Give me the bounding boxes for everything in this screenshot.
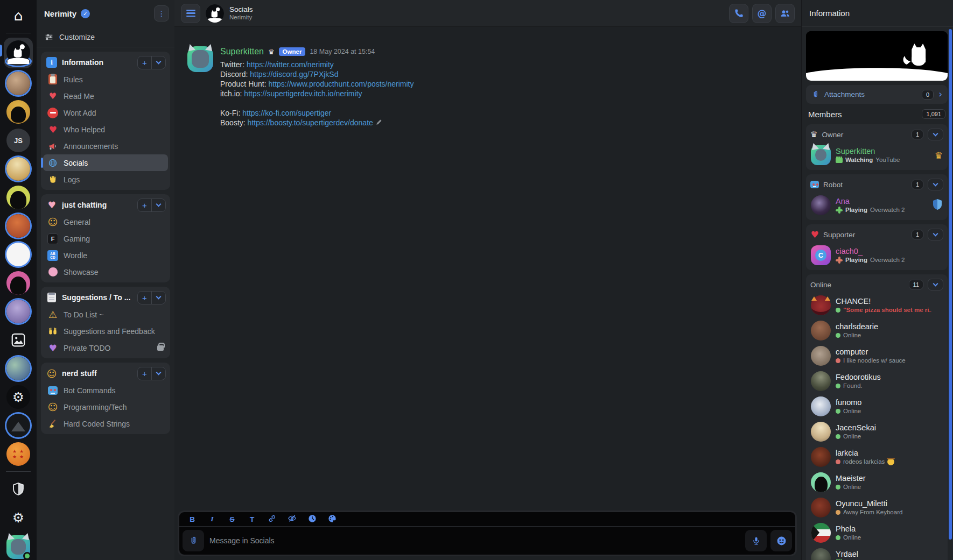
color-palette-button[interactable]: [328, 514, 337, 524]
spoiler-eye-button[interactable]: [288, 514, 297, 524]
collapse-section-button[interactable]: [152, 292, 165, 304]
section-header[interactable]: just chatting +: [43, 196, 168, 214]
call-button[interactable]: [729, 4, 748, 23]
server-green-cat[interactable]: [0, 185, 37, 210]
server-golden-cat[interactable]: [0, 100, 37, 124]
my-account-button[interactable]: [0, 534, 37, 560]
server-sketch-cat[interactable]: [0, 242, 37, 267]
member-larkcia[interactable]: larkcia rodeos larkcias: [809, 444, 945, 470]
rail-divider: [6, 471, 31, 472]
channel-read-me[interactable]: Read Me: [43, 88, 168, 104]
server-pink-cat[interactable]: [0, 271, 37, 295]
member-maeister[interactable]: Maeister Online: [809, 470, 945, 495]
mention-button[interactable]: @: [752, 4, 772, 23]
drawer-menu-button[interactable]: [181, 4, 200, 23]
member-ana[interactable]: Ana PlayingOverwatch 2: [809, 193, 945, 218]
home-button[interactable]: ⌂: [0, 3, 37, 28]
link-itchio[interactable]: https://supertigerdev.itch.io/nerimity: [244, 89, 362, 98]
section-header[interactable]: Suggestions / To ... +: [43, 289, 168, 306]
server-cat-photo[interactable]: [0, 71, 37, 96]
server-orange-anime[interactable]: [0, 214, 37, 238]
server-gear-cat[interactable]: ⚙: [0, 385, 37, 409]
server-js[interactable]: JS: [0, 128, 37, 153]
link-twitter[interactable]: https://twitter.com/nerimity: [247, 60, 334, 69]
add-channel-button[interactable]: +: [138, 56, 151, 69]
channel-gaming[interactable]: Gaming: [43, 230, 168, 247]
member-charlsdearie[interactable]: charlsdearie Online: [809, 318, 945, 343]
settings-button[interactable]: ⚙: [0, 505, 37, 530]
role-group-supporter: Supporter 1 C ciach0_ PlayingOverwatch 2: [806, 224, 948, 270]
record-voice-button[interactable]: [745, 530, 767, 551]
collapse-section-button[interactable]: [152, 199, 165, 211]
member-superkitten[interactable]: Superkitten WatchingYouTube ♛: [809, 143, 945, 168]
server-nerimity[interactable]: [0, 38, 37, 67]
channel-private-todo[interactable]: Private TODO: [43, 339, 168, 356]
channel-wordle[interactable]: Wordle: [43, 247, 168, 264]
link-format-button[interactable]: [268, 514, 276, 524]
link-discord[interactable]: https://discord.gg/7PXjkSd: [250, 70, 338, 79]
link-kofi[interactable]: https://ko-fi.com/supertiger: [242, 109, 331, 117]
member-jacensekai[interactable]: JacenSekai Online: [809, 419, 945, 444]
server-image-placeholder[interactable]: [0, 328, 37, 352]
server-blonde-anime[interactable]: [0, 157, 37, 181]
channel-to-do-list[interactable]: To Do List ~: [43, 306, 168, 323]
collapse-role-button[interactable]: [928, 229, 943, 240]
channel-wont-add[interactable]: Wont Add: [43, 104, 168, 121]
avatar: [811, 498, 831, 518]
member-funomo[interactable]: funomo Online: [809, 394, 945, 419]
member-computer[interactable]: computer I like noodles w/ sauce: [809, 343, 945, 368]
italic-button[interactable]: I: [208, 515, 216, 523]
attach-file-button[interactable]: [183, 530, 204, 551]
at-icon: @: [758, 8, 767, 19]
member-phela[interactable]: Phela Online: [809, 520, 945, 545]
channel-suggestions-feedback[interactable]: Suggestions and Feedback: [43, 323, 168, 339]
server-painting[interactable]: [0, 356, 37, 381]
collapse-online-button[interactable]: [928, 279, 943, 290]
message-input[interactable]: Message in Socials: [209, 536, 740, 545]
add-channel-button[interactable]: +: [138, 367, 151, 380]
channel-who-helped[interactable]: Who Helped: [43, 121, 168, 138]
channel-hard-coded-strings[interactable]: Hard Coded Strings: [43, 415, 168, 432]
selected-server-indicator: [0, 45, 2, 56]
channel-logs[interactable]: Logs: [43, 171, 168, 188]
server-mountain[interactable]: [0, 413, 37, 438]
add-channel-button[interactable]: +: [138, 292, 151, 304]
attachments-button[interactable]: Attachments 0 ›: [806, 85, 948, 104]
member-yrdael[interactable]: Yrdael Watching content onFreetube: [809, 545, 945, 560]
server-dragon-ball[interactable]: ★ ★ ★ ★: [0, 442, 37, 466]
channel-rules[interactable]: Rules: [43, 71, 168, 88]
collapse-section-button[interactable]: [152, 56, 165, 69]
collapse-section-button[interactable]: [152, 367, 165, 380]
collapse-role-button[interactable]: [928, 179, 943, 190]
add-channel-button[interactable]: +: [138, 199, 151, 211]
timestamp-clock-button[interactable]: [308, 514, 317, 524]
section-header[interactable]: nerd stuff +: [43, 365, 168, 382]
superkitten-avatar[interactable]: [187, 46, 213, 72]
channel-bot-commands[interactable]: Bot Commands: [43, 382, 168, 399]
channel-general[interactable]: General: [43, 214, 168, 230]
members-toggle-button[interactable]: [775, 4, 795, 23]
server-menu-button[interactable]: ⋮: [154, 5, 169, 22]
text-format-button[interactable]: T: [248, 515, 256, 523]
member-ciach0[interactable]: C ciach0_ PlayingOverwatch 2: [809, 243, 945, 268]
message-author[interactable]: Superkitten: [220, 47, 264, 56]
collapse-role-button[interactable]: [928, 129, 943, 140]
emoji-picker-button[interactable]: [770, 530, 792, 551]
channel-socials[interactable]: Socials: [43, 154, 168, 171]
member-fedoorotikus[interactable]: Fedoorotikus Found.: [809, 368, 945, 394]
section-header[interactable]: Information +: [43, 54, 168, 71]
customize-button[interactable]: Customize: [37, 27, 174, 47]
link-boosty[interactable]: https://boosty.to/supertigerdev/donate: [248, 118, 373, 127]
channel-showcase[interactable]: Showcase: [43, 264, 168, 280]
bold-button[interactable]: B: [188, 515, 197, 523]
rail-divider: [6, 33, 31, 33]
moderation-button[interactable]: [0, 477, 37, 501]
strikethrough-button[interactable]: S: [228, 515, 236, 523]
member-oyuncu-miletti[interactable]: Oyuncu_Miletti Away From Keyboard: [809, 495, 945, 520]
server-purple-mascot[interactable]: [0, 299, 37, 324]
channel-programming-tech[interactable]: Programming/Tech: [43, 399, 168, 415]
members-scrollbar[interactable]: [949, 29, 952, 540]
member-chance[interactable]: CHANCE! "Some pizza should set me ri...: [809, 293, 945, 318]
channel-announcements[interactable]: Announcements: [43, 138, 168, 154]
link-product-hunt[interactable]: https://www.producthunt.com/posts/nerimi…: [269, 80, 414, 88]
